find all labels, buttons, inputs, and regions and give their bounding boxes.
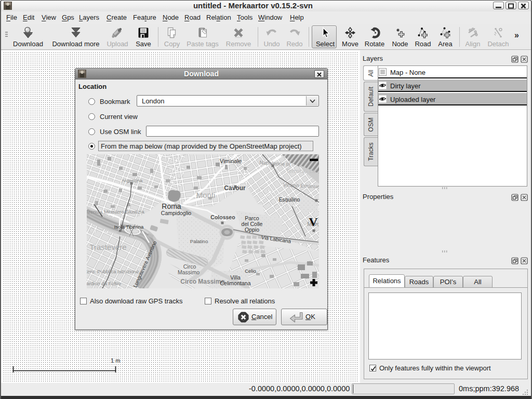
svg-text:Arenula Ministero Giustizia: Arenula Ministero Giustizia bbox=[87, 209, 144, 215]
svg-text:Circo Massimo: Circo Massimo bbox=[180, 278, 224, 285]
svg-text:V: V bbox=[309, 215, 318, 229]
svg-text:Colosseo: Colosseo bbox=[210, 214, 235, 220]
svg-text:hardino da Feltre: hardino da Feltre bbox=[87, 281, 121, 286]
svg-text:Campidoglio: Campidoglio bbox=[161, 210, 192, 216]
svg-text:Argentina: Argentina bbox=[122, 178, 143, 183]
svg-text:Monti: Monti bbox=[196, 191, 216, 200]
svg-text:Palatino: Palatino bbox=[190, 238, 208, 244]
svg-text:Trastevere: Trastevere bbox=[89, 243, 126, 251]
svg-text:Cavour: Cavour bbox=[224, 184, 246, 192]
svg-text:stero. Pubblica Istruzione: stero. Pubblica Istruzione bbox=[87, 269, 139, 274]
svg-text:Oppio: Oppio bbox=[245, 227, 259, 233]
svg-text:1 m: 1 m bbox=[111, 357, 120, 364]
svg-text:Termini - La: Termini - La bbox=[286, 168, 316, 174]
svg-text:Isola Tiberina: Isola Tiberina bbox=[114, 224, 144, 230]
svg-text:Roma: Roma bbox=[162, 202, 181, 210]
svg-text:Esquilino: Esquilino bbox=[279, 197, 300, 203]
svg-text:Viminale: Viminale bbox=[220, 158, 242, 164]
svg-text:Massimo: Massimo bbox=[178, 269, 200, 275]
svg-text:Celio: Celio bbox=[245, 268, 256, 274]
svg-text:Celimontana: Celimontana bbox=[220, 280, 251, 286]
